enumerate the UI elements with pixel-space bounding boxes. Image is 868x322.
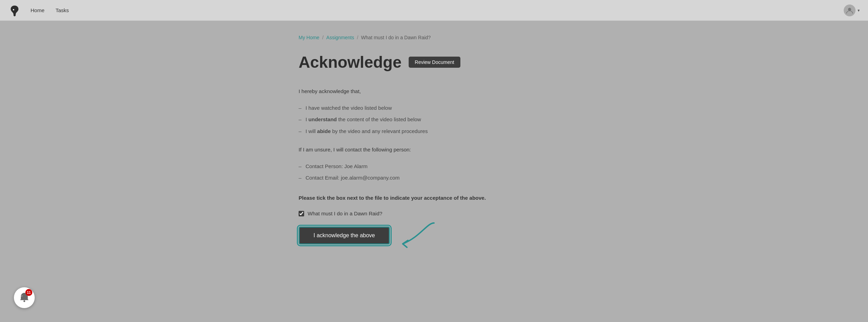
acknowledge-button-wrapper: I acknowledge the above: [299, 226, 390, 245]
breadcrumb: My Home / Assignments / What must I do i…: [299, 35, 569, 40]
review-document-button[interactable]: Review Document: [409, 57, 461, 68]
contact-email: Contact Email: joe.alarm@company.com: [299, 172, 569, 184]
floating-icon-inner: 11: [19, 292, 30, 304]
contact-list: Contact Person: Joe Alarm Contact Email:…: [299, 160, 569, 184]
acknowledge-body: I hereby acknowledge that, I have watche…: [299, 87, 569, 245]
list-item: I have watched the video listed below: [299, 102, 569, 114]
user-menu-chevron[interactable]: ▾: [858, 8, 860, 13]
checkbox-row: What must I do in a Dawn Raid?: [299, 209, 569, 218]
unsure-text: If I am unsure, I will contact the follo…: [299, 145, 569, 154]
tick-instruction: Please tick the box next to the file to …: [299, 193, 569, 203]
arrow-annotation: [382, 220, 437, 251]
checkbox-label[interactable]: What must I do in a Dawn Raid?: [308, 209, 382, 218]
breadcrumb-sep-1: /: [322, 35, 324, 40]
dawn-raid-checkbox[interactable]: [299, 211, 304, 216]
breadcrumb-assignments[interactable]: Assignments: [326, 35, 354, 40]
svg-point-0: [13, 9, 14, 10]
avatar[interactable]: [844, 5, 856, 16]
floating-notification[interactable]: 11: [14, 287, 35, 308]
app-logo[interactable]: [8, 4, 21, 17]
acknowledge-button[interactable]: I acknowledge the above: [299, 226, 390, 245]
main-content: My Home / Assignments / What must I do i…: [278, 21, 590, 258]
notification-badge: 11: [25, 289, 32, 296]
page-title-row: Acknowledge Review Document: [299, 53, 569, 72]
breadcrumb-sep-2: /: [357, 35, 358, 40]
svg-point-1: [848, 8, 851, 11]
list-item: I understand the content of the video li…: [299, 114, 569, 125]
list-item: I will abide by the video and any releva…: [299, 125, 569, 137]
nav-home[interactable]: Home: [31, 7, 44, 13]
breadcrumb-my-home[interactable]: My Home: [299, 35, 319, 40]
breadcrumb-current-page: What must I do in a Dawn Raid?: [361, 35, 431, 40]
acknowledgement-list: I have watched the video listed below I …: [299, 102, 569, 137]
contact-person: Contact Person: Joe Alarm: [299, 160, 569, 172]
svg-point-2: [24, 300, 25, 302]
navbar-links: Home Tasks: [31, 7, 69, 13]
page-title: Acknowledge: [299, 53, 402, 72]
intro-text: I hereby acknowledge that,: [299, 87, 569, 96]
navbar-right: ▾: [844, 5, 860, 16]
nav-tasks[interactable]: Tasks: [56, 7, 69, 13]
navbar: Home Tasks ▾: [0, 0, 868, 21]
